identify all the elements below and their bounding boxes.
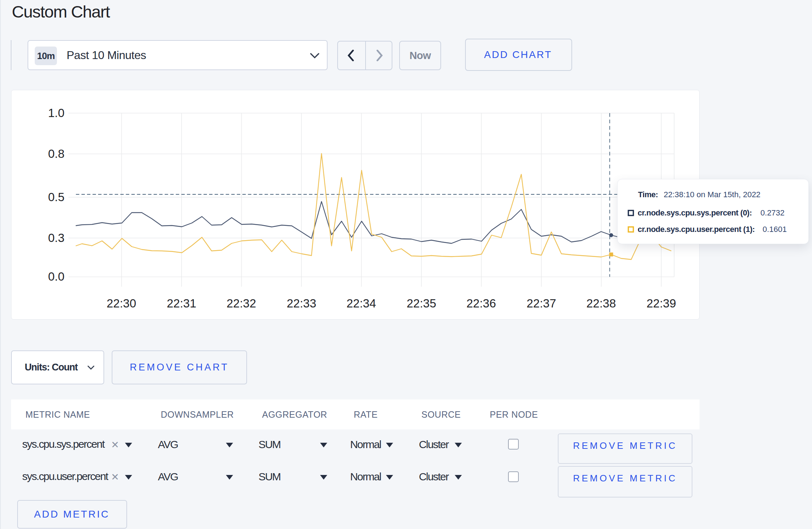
svg-text:22:38: 22:38 [586,297,616,310]
svg-text:22:31: 22:31 [167,297,197,310]
svg-text:0.5: 0.5 [48,190,64,204]
svg-text:22:30: 22:30 [107,297,136,310]
svg-text:22:39: 22:39 [647,297,676,310]
svg-text:22:37: 22:37 [527,297,556,310]
svg-text:0.0: 0.0 [48,270,64,283]
svg-text:0.3: 0.3 [48,231,64,244]
svg-text:0.8: 0.8 [48,147,64,160]
svg-text:22:33: 22:33 [287,297,316,310]
svg-text:22:35: 22:35 [407,297,436,310]
svg-text:1.0: 1.0 [48,106,64,120]
svg-text:22:34: 22:34 [347,297,376,310]
svg-text:22:32: 22:32 [227,297,256,310]
svg-text:22:36: 22:36 [467,297,496,310]
